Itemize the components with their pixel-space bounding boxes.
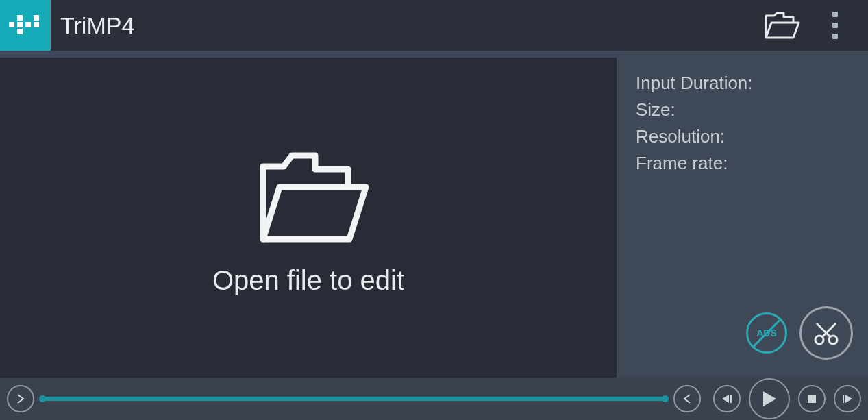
app-header: TriMP4: [0, 0, 868, 51]
timeline-start-button[interactable]: [7, 385, 34, 412]
sidebar-actions: ADS: [636, 306, 853, 360]
svg-rect-5: [34, 15, 39, 21]
scissors-icon: [813, 319, 840, 347]
step-back-icon: [721, 393, 733, 404]
step-forward-icon: [841, 393, 854, 404]
menu-button[interactable]: [815, 5, 856, 46]
info-size-label: Size:: [636, 97, 853, 123]
info-framerate-label: Frame rate:: [636, 150, 853, 177]
svg-rect-12: [730, 395, 732, 403]
app-logo-icon: [9, 15, 42, 36]
playback-bar: [0, 378, 868, 420]
info-duration-label: Input Duration:: [636, 70, 853, 97]
more-vert-icon: [832, 12, 838, 39]
svg-rect-6: [34, 22, 39, 27]
svg-marker-16: [845, 395, 852, 403]
step-back-button[interactable]: [713, 385, 741, 412]
playback-controls: [713, 378, 861, 419]
svg-rect-1: [17, 15, 23, 21]
svg-marker-11: [722, 395, 729, 403]
play-icon: [761, 390, 778, 408]
svg-marker-13: [763, 391, 776, 406]
chevron-left-icon: [683, 394, 691, 404]
open-folder-button[interactable]: [761, 5, 802, 46]
stop-button[interactable]: [798, 385, 826, 412]
timeline-end-button[interactable]: [673, 385, 701, 412]
step-forward-button[interactable]: [834, 385, 861, 412]
timeline-track[interactable]: [41, 397, 667, 401]
app-title: TriMP4: [60, 12, 134, 39]
svg-rect-2: [17, 22, 23, 27]
folder-open-icon: [763, 10, 800, 40]
cut-button[interactable]: [799, 306, 853, 360]
remove-ads-button[interactable]: ADS: [746, 312, 787, 354]
open-file-label: Open file to edit: [212, 265, 404, 296]
svg-rect-4: [25, 22, 31, 27]
svg-rect-0: [9, 22, 14, 27]
chevron-right-icon: [16, 394, 25, 404]
open-file-area[interactable]: Open file to edit: [0, 58, 617, 378]
stop-icon: [807, 394, 817, 404]
play-button[interactable]: [749, 378, 790, 419]
info-resolution-label: Resolution:: [636, 123, 853, 150]
content-area: Open file to edit Input Duration: Size: …: [0, 51, 868, 378]
svg-rect-15: [843, 395, 844, 403]
svg-rect-3: [17, 29, 23, 34]
ads-label: ADS: [756, 326, 777, 341]
info-sidebar: Input Duration: Size: Resolution: Frame …: [617, 51, 868, 378]
folder-open-large-icon: [247, 139, 370, 249]
svg-rect-14: [808, 395, 816, 403]
app-logo: [0, 0, 51, 51]
